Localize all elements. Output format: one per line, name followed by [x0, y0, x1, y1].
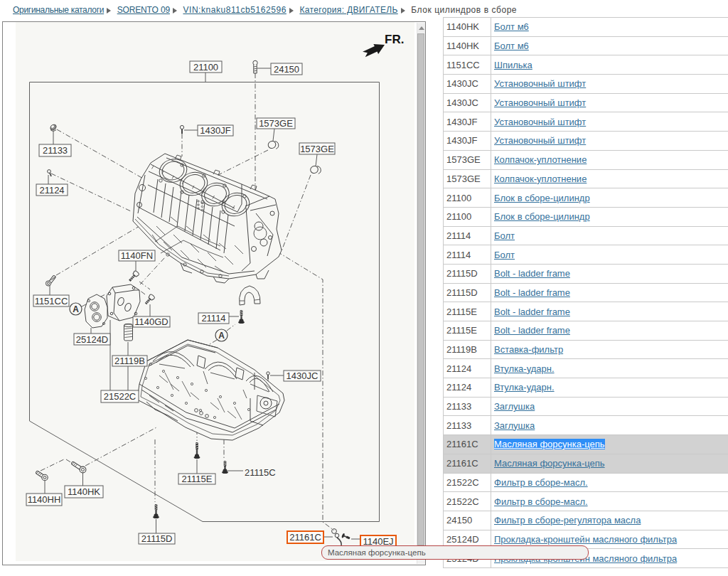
svg-text:1573GE: 1573GE — [300, 144, 334, 154]
svg-text:1430JC: 1430JC — [287, 370, 318, 381]
svg-text:21115E: 21115E — [182, 474, 213, 484]
svg-text:1573GE: 1573GE — [259, 118, 293, 129]
svg-text:21115D: 21115D — [141, 533, 173, 544]
svg-text:1140FN: 1140FN — [121, 250, 153, 261]
svg-text:25124D: 25124D — [76, 334, 109, 345]
svg-text:A: A — [73, 304, 79, 314]
svg-text:1430JF: 1430JF — [200, 125, 230, 136]
svg-text:1140HK: 1140HK — [68, 486, 100, 497]
svg-text:21119B: 21119B — [114, 356, 145, 366]
svg-text:FR.: FR. — [385, 33, 404, 46]
svg-text:21161C: 21161C — [289, 532, 321, 543]
svg-text:24150: 24150 — [274, 64, 299, 75]
svg-text:A: A — [218, 331, 225, 341]
svg-text:21100: 21100 — [193, 62, 218, 73]
svg-text:21522C: 21522C — [104, 391, 136, 402]
svg-text:21114: 21114 — [201, 313, 225, 324]
svg-text:1151CC: 1151CC — [35, 296, 68, 306]
svg-text:21124: 21124 — [39, 185, 64, 196]
svg-text:21115C: 21115C — [245, 467, 276, 478]
svg-text:21133: 21133 — [43, 145, 68, 156]
svg-text:1140GD: 1140GD — [134, 316, 168, 327]
svg-text:1140HH: 1140HH — [28, 494, 61, 505]
